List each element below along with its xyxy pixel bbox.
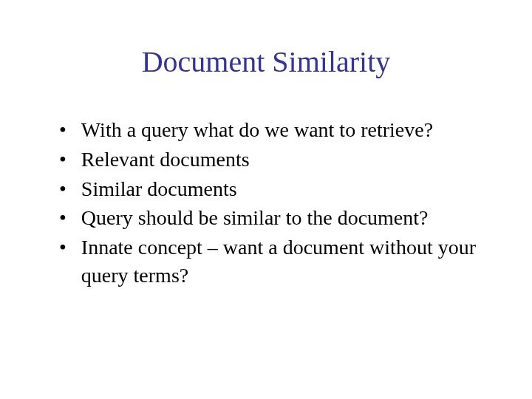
bullet-text: Similar documents [81,175,488,203]
bullet-text: With a query what do we want to retrieve… [81,116,488,144]
bullet-list: • With a query what do we want to retrie… [44,116,488,290]
list-item: • Query should be similar to the documen… [59,204,488,232]
list-item: • Similar documents [59,175,488,203]
bullet-icon: • [59,116,66,144]
bullet-icon: • [59,175,66,203]
bullet-text: Innate concept – want a document without… [81,233,488,290]
list-item: • Innate concept – want a document witho… [59,233,488,290]
slide-title: Document Similarity [44,44,488,79]
bullet-icon: • [59,146,66,174]
list-item: • Relevant documents [59,146,488,174]
bullet-text: Query should be similar to the document? [81,204,488,232]
bullet-icon: • [59,204,66,232]
list-item: • With a query what do we want to retrie… [59,116,488,144]
bullet-text: Relevant documents [81,146,488,174]
bullet-icon: • [59,233,66,262]
